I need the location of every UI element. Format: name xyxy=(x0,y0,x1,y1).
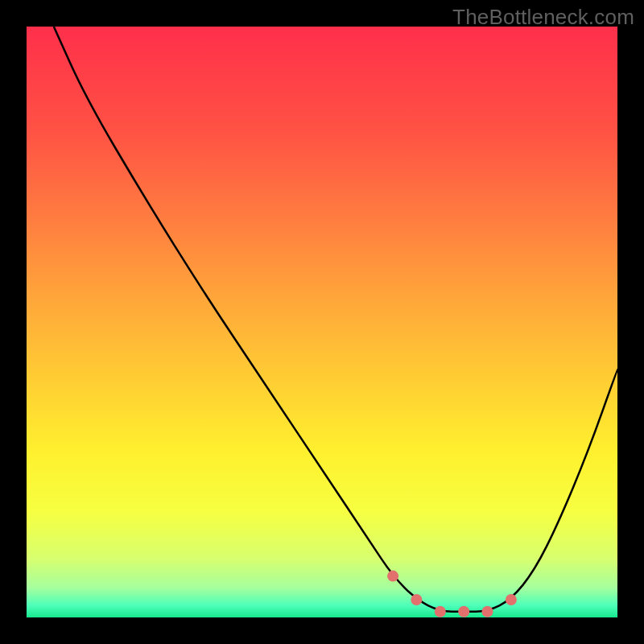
optimal-dot xyxy=(411,594,422,605)
optimal-dot xyxy=(482,606,493,617)
chart-plot-area xyxy=(27,27,617,617)
optimal-dot xyxy=(506,594,517,605)
optimal-dot xyxy=(387,571,398,582)
optimal-dot xyxy=(435,606,446,617)
bottleneck-curve xyxy=(27,27,617,617)
curve-line xyxy=(54,27,617,612)
optimal-dot xyxy=(458,606,469,617)
optimal-zone-dots xyxy=(387,571,517,617)
